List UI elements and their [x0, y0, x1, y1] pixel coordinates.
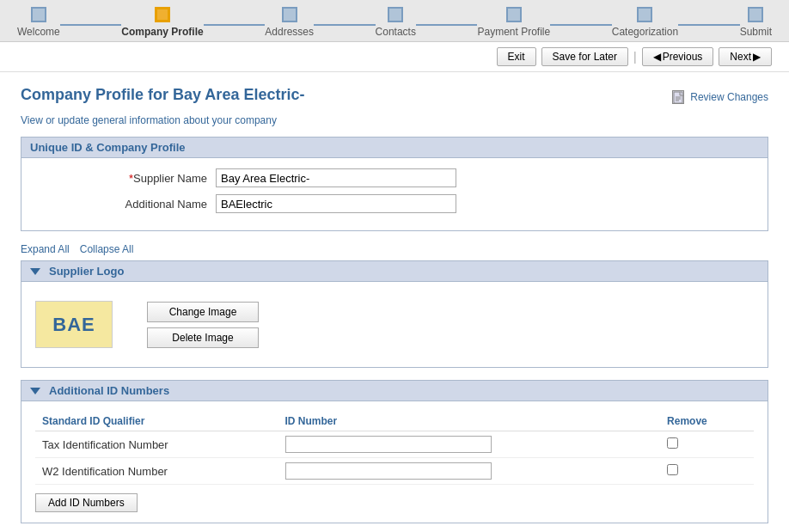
- previous-label: Previous: [663, 51, 703, 63]
- wizard-step-submit[interactable]: Submit: [740, 7, 772, 38]
- unique-id-header-label: Unique ID & Company Profile: [30, 141, 186, 154]
- wizard-connector-3: [314, 24, 376, 26]
- wizard-bar: Welcome Company Profile Addresses Contac…: [0, 0, 789, 42]
- wizard-step-contacts[interactable]: Contacts: [376, 7, 416, 38]
- additional-name-input[interactable]: [216, 194, 456, 213]
- logo-buttons-group: Change Image Delete Image: [147, 302, 259, 348]
- wizard-step-label-addresses: Addresses: [265, 26, 314, 38]
- step-node-payment-profile: [506, 7, 522, 22]
- wizard-step-label-contacts: Contacts: [376, 26, 416, 38]
- supplier-logo-image: BAE: [35, 301, 113, 348]
- w2-id-input[interactable]: [285, 462, 492, 480]
- delete-image-button[interactable]: Delete Image: [147, 327, 259, 348]
- wizard-step-company-profile[interactable]: Company Profile: [121, 7, 203, 38]
- next-button[interactable]: Next ▶: [719, 47, 772, 66]
- wizard-connector-4: [416, 24, 478, 26]
- additional-ids-header-label: Additional ID Numbers: [49, 384, 169, 397]
- wizard-connector-5: [550, 24, 612, 26]
- required-asterisk: *: [129, 172, 133, 185]
- table-row: Tax Identification Number: [35, 431, 754, 458]
- supplier-logo-header-label: Supplier Logo: [49, 265, 124, 278]
- expand-collapse-bar: Expand All Collapse All: [21, 243, 768, 255]
- wizard-step-welcome[interactable]: Welcome: [17, 7, 60, 38]
- wizard-step-payment-profile[interactable]: Payment Profile: [477, 7, 550, 38]
- doc-icon: [672, 90, 684, 104]
- page-title: Company Profile for Bay Area Electric-: [21, 86, 304, 104]
- qualifier-label-tax: Tax Identification Number: [35, 431, 278, 458]
- next-label: Next: [730, 51, 751, 63]
- exit-button[interactable]: Exit: [497, 47, 536, 66]
- wizard-step-label-payment-profile: Payment Profile: [477, 26, 550, 38]
- id-input-tax-cell: [278, 431, 661, 458]
- wizard-step-categorization[interactable]: Categorization: [612, 7, 678, 38]
- wizard-step-label-categorization: Categorization: [612, 26, 678, 38]
- qualifier-label-w2: W2 Identification Number: [35, 458, 278, 485]
- wizard-connector-1: [60, 24, 122, 26]
- remove-checkbox-w2-cell: [660, 458, 754, 485]
- remove-checkbox-tax-cell: [660, 431, 754, 458]
- tax-id-remove-checkbox[interactable]: [667, 437, 678, 449]
- next-arrow-icon: ▶: [753, 51, 761, 63]
- step-node-addresses: [282, 7, 297, 22]
- supplier-logo-section-content: BAE Change Image Delete Image: [21, 282, 768, 368]
- title-row: Company Profile for Bay Area Electric- R…: [21, 86, 768, 107]
- add-id-numbers-button[interactable]: Add ID Numbers: [35, 493, 138, 512]
- step-node-contacts: [388, 7, 403, 22]
- wizard-connector-6: [678, 24, 740, 26]
- wizard-step-label-company-profile: Company Profile: [121, 26, 203, 38]
- table-row: W2 Identification Number: [35, 458, 754, 485]
- supplier-name-input[interactable]: [216, 168, 456, 187]
- col-qualifier: Standard ID Qualifier: [35, 412, 278, 431]
- page-subtitle: View or update general information about…: [21, 114, 768, 126]
- col-id-number: ID Number: [278, 412, 661, 431]
- review-changes-label: Review Changes: [690, 91, 768, 103]
- action-bar: Exit Save for Later | ◀ Previous Next ▶: [0, 42, 789, 72]
- supplier-logo-section-header: Supplier Logo: [21, 260, 768, 282]
- logo-area: BAE Change Image Delete Image: [35, 292, 754, 357]
- collapse-all-link[interactable]: Collapse All: [80, 243, 134, 255]
- unique-id-section-content: *Supplier Name Additional Name: [21, 158, 768, 231]
- supplier-name-label: *Supplier Name: [35, 172, 207, 185]
- wizard-step-addresses[interactable]: Addresses: [265, 7, 314, 38]
- additional-ids-section-content: Standard ID Qualifier ID Number Remove T…: [21, 401, 768, 523]
- additional-ids-section-header: Additional ID Numbers: [21, 380, 768, 401]
- id-input-w2-cell: [278, 458, 661, 485]
- unique-id-section-header: Unique ID & Company Profile: [21, 137, 768, 158]
- main-content: Company Profile for Bay Area Electric- R…: [0, 72, 789, 532]
- collapse-triangle-ids[interactable]: [30, 388, 40, 394]
- w2-id-remove-checkbox[interactable]: [667, 464, 678, 475]
- separator: |: [633, 50, 637, 64]
- expand-all-link[interactable]: Expand All: [21, 243, 70, 255]
- step-node-company-profile: [155, 7, 170, 22]
- wizard-connector-2: [204, 24, 266, 26]
- step-node-welcome: [31, 7, 46, 22]
- step-node-categorization: [637, 7, 652, 22]
- supplier-name-row: *Supplier Name: [35, 168, 754, 187]
- wizard-step-label-welcome: Welcome: [17, 26, 60, 38]
- id-numbers-table: Standard ID Qualifier ID Number Remove T…: [35, 412, 754, 485]
- save-for-later-button[interactable]: Save for Later: [541, 47, 628, 66]
- collapse-triangle-logo[interactable]: [30, 268, 40, 275]
- col-remove: Remove: [660, 412, 754, 431]
- step-node-submit: [748, 7, 763, 22]
- wizard-step-label-submit: Submit: [740, 26, 772, 38]
- change-image-button[interactable]: Change Image: [147, 302, 259, 322]
- prev-arrow-icon: ◀: [653, 51, 661, 63]
- previous-button[interactable]: ◀ Previous: [642, 47, 714, 66]
- additional-name-row: Additional Name: [35, 194, 754, 213]
- tax-id-input[interactable]: [285, 436, 492, 453]
- additional-name-label: Additional Name: [35, 198, 207, 211]
- review-changes-link[interactable]: Review Changes: [672, 90, 768, 104]
